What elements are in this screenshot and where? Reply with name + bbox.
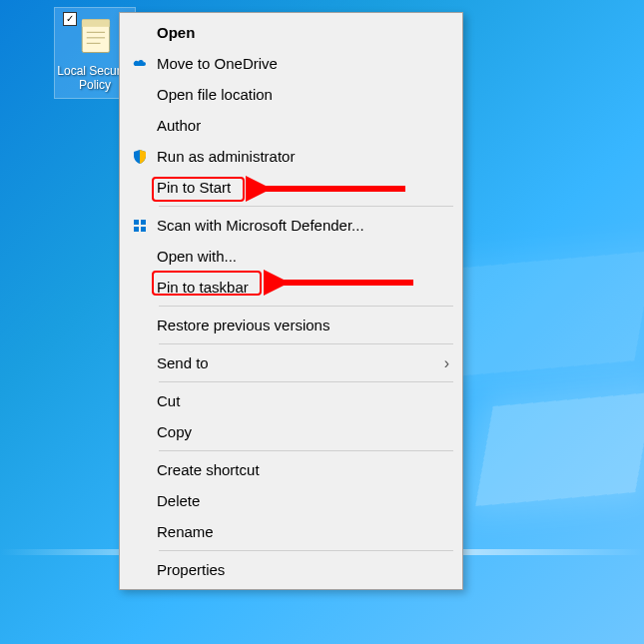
menu-item-label: Author — [153, 117, 449, 134]
policy-file-icon — [73, 14, 117, 58]
svg-rect-6 — [141, 220, 146, 225]
svg-rect-7 — [134, 227, 139, 232]
menu-item-scan-with-microsoft-defender[interactable]: Scan with Microsoft Defender... — [121, 210, 461, 241]
menu-item-label: Pin to Start — [153, 179, 449, 196]
menu-item-cut[interactable]: Cut — [121, 385, 461, 416]
menu-item-label: Scan with Microsoft Defender... — [153, 217, 449, 234]
defender-icon — [127, 218, 153, 234]
selection-checkmark-icon: ✓ — [63, 12, 77, 26]
menu-item-label: Open file location — [153, 86, 449, 103]
svg-rect-8 — [141, 227, 146, 232]
menu-item-create-shortcut[interactable]: Create shortcut — [121, 454, 461, 485]
context-menu: OpenMove to OneDriveOpen file locationAu… — [119, 12, 463, 590]
menu-item-rename[interactable]: Rename — [121, 516, 461, 547]
menu-item-label: Rename — [153, 523, 449, 540]
menu-item-restore-previous-versions[interactable]: Restore previous versions — [121, 310, 461, 340]
menu-item-label: Open with... — [153, 248, 449, 265]
menu-item-copy[interactable]: Copy — [121, 416, 461, 447]
menu-item-label: Open — [153, 24, 449, 41]
desktop-background[interactable]: ✓ Local Security Policy OpenMove to OneD… — [0, 0, 644, 644]
menu-separator — [159, 550, 453, 551]
menu-separator — [159, 343, 453, 344]
menu-item-open-with[interactable]: Open with... — [121, 241, 461, 272]
menu-item-author[interactable]: Author — [121, 110, 461, 141]
svg-rect-1 — [82, 20, 110, 27]
menu-separator — [159, 450, 453, 451]
menu-item-label: Delete — [153, 492, 449, 509]
menu-item-properties[interactable]: Properties — [121, 554, 461, 585]
menu-separator — [159, 206, 453, 207]
menu-item-label: Properties — [153, 561, 449, 578]
menu-item-label: Create shortcut — [153, 461, 449, 478]
menu-item-pin-to-start[interactable]: Pin to Start — [121, 172, 461, 203]
menu-separator — [159, 381, 453, 382]
menu-item-label: Copy — [153, 423, 449, 440]
cloud-icon — [127, 56, 153, 72]
svg-rect-5 — [134, 220, 139, 225]
menu-item-label: Pin to taskbar — [153, 279, 449, 296]
bg-light-beam — [434, 251, 644, 377]
menu-item-open-file-location[interactable]: Open file location — [121, 79, 461, 110]
menu-item-pin-to-taskbar[interactable]: Pin to taskbar — [121, 272, 461, 303]
shield-icon — [127, 149, 153, 165]
menu-item-move-to-onedrive[interactable]: Move to OneDrive — [121, 48, 461, 79]
menu-item-delete[interactable]: Delete — [121, 485, 461, 516]
menu-item-open[interactable]: Open — [121, 17, 461, 48]
menu-item-label: Restore previous versions — [153, 317, 449, 333]
menu-item-send-to[interactable]: Send to› — [121, 347, 461, 378]
menu-item-label: Move to OneDrive — [153, 55, 449, 72]
bg-light-beam — [475, 392, 644, 506]
menu-separator — [159, 306, 453, 307]
menu-item-label: Send to — [153, 354, 444, 371]
menu-item-run-as-administrator[interactable]: Run as administrator — [121, 141, 461, 172]
menu-item-label: Run as administrator — [153, 148, 449, 165]
menu-item-label: Cut — [153, 392, 449, 409]
chevron-right-icon: › — [444, 354, 449, 372]
